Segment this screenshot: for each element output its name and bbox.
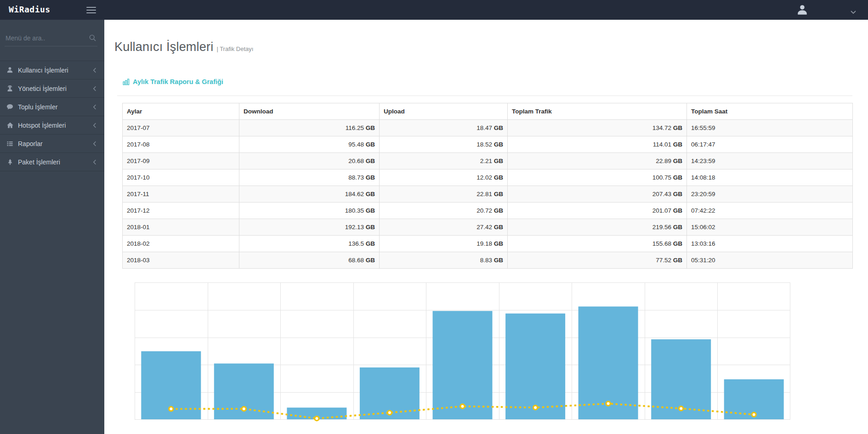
bar-chart-icon	[123, 79, 130, 85]
cell-toplam-trafik: 134.72 GB	[508, 120, 687, 136]
cell-month: 2018-01	[123, 219, 239, 236]
value-toplam-trafik: 219.56	[652, 224, 671, 231]
column-header-download: Download	[239, 103, 380, 120]
value-download: 20.68	[348, 158, 364, 164]
cell-month: 2017-08	[123, 136, 239, 153]
unit-label: GB	[494, 240, 503, 247]
unit-label: GB	[673, 191, 682, 197]
top-navbar: WiRadius	[0, 0, 868, 20]
sidebar-item-label: Yönetici İşlemleri	[18, 85, 67, 92]
value-toplam-trafik: 207.43	[652, 191, 671, 197]
value-toplam-trafik: 134.72	[652, 124, 671, 131]
sidebar-item-label: Hotspot İşlemleri	[18, 122, 66, 129]
unit-label: GB	[494, 141, 503, 148]
value-toplam-trafik: 77.52	[656, 257, 671, 264]
chevron-left-icon	[93, 104, 96, 110]
column-header-toplam-saat: Toplam Saat	[687, 103, 853, 120]
column-header-aylar: Aylar	[123, 103, 239, 120]
unit-label: GB	[673, 124, 682, 131]
upload-point	[606, 401, 610, 406]
cell-toplam-trafik: 22.89 GB	[508, 153, 687, 169]
unit-label: GB	[366, 141, 375, 148]
cell-month: 2017-07	[123, 120, 239, 136]
unit-label: GB	[366, 158, 375, 164]
cell-toplam-trafik: 77.52 GB	[508, 252, 687, 269]
unit-label: GB	[673, 224, 682, 231]
value-toplam-trafik: 100.75	[652, 174, 671, 181]
value-upload: 18.52	[477, 141, 492, 148]
divider	[117, 96, 852, 96]
page-title: Kullanıcı İşlemleri	[114, 40, 213, 54]
upload-point	[242, 407, 246, 411]
unit-label: GB	[494, 257, 503, 264]
unit-label: GB	[673, 158, 682, 164]
table-row: 2018-0368.68 GB8.83 GB77.52 GB05:31:20	[123, 252, 853, 269]
value-download: 184.62	[345, 191, 364, 197]
sidebar-menu: Kullanıcı İşlemleriYönetici İşlemleriTop…	[0, 61, 104, 171]
traffic-table: AylarDownloadUploadToplam TrafikToplam S…	[122, 103, 853, 269]
upload-point	[752, 412, 756, 417]
cell-upload: 20.72 GB	[380, 203, 508, 219]
cell-toplam-saat: 15:06:02	[687, 219, 853, 236]
value-toplam-trafik: 155.68	[652, 240, 671, 247]
home-icon	[6, 122, 14, 129]
value-upload: 2.21	[480, 158, 492, 164]
value-download: 180.35	[345, 207, 364, 214]
cell-download: 20.68 GB	[239, 153, 380, 169]
sidebar-item-yonetici-islemleri[interactable]: Yönetici İşlemleri	[0, 79, 104, 98]
user-avatar-icon[interactable]	[796, 4, 808, 16]
menu-search-input[interactable]	[5, 34, 82, 42]
hamburger-menu-icon[interactable]	[86, 7, 96, 15]
cell-toplam-saat: 16:55:59	[687, 120, 853, 136]
table-row: 2017-11184.62 GB22.81 GB207.43 GB23:20:5…	[123, 186, 853, 203]
download-bar	[433, 311, 493, 420]
sidebar-item-raporlar[interactable]: Raporlar	[0, 135, 104, 153]
cell-toplam-saat: 05:31:20	[687, 252, 853, 269]
unit-label: GB	[366, 124, 375, 131]
value-upload: 19.18	[477, 240, 492, 247]
chevron-left-icon	[93, 141, 96, 147]
user-icon	[6, 67, 14, 73]
unit-label: GB	[366, 174, 375, 181]
report-link-label: Aylık Trafik Raporu & Grafiği	[133, 78, 223, 85]
cell-month: 2017-09	[123, 153, 239, 169]
sidebar-item-kullanici-islemleri[interactable]: Kullanıcı İşlemleri	[0, 61, 104, 79]
unit-label: GB	[673, 207, 682, 214]
unit-label: GB	[673, 141, 682, 148]
unit-label: GB	[673, 174, 682, 181]
sidebar-item-label: Raporlar	[18, 140, 43, 147]
upload-point	[679, 406, 683, 411]
monthly-traffic-report-link[interactable]: Aylık Trafik Raporu & Grafiği	[123, 78, 223, 85]
value-upload: 8.83	[480, 257, 492, 264]
search-icon[interactable]	[89, 34, 96, 43]
sidebar-item-hotspot-islemleri[interactable]: Hotspot İşlemleri	[0, 116, 104, 135]
unit-label: GB	[494, 124, 503, 131]
unit-label: GB	[366, 240, 375, 247]
cell-download: 184.62 GB	[239, 186, 380, 203]
list-icon	[6, 141, 14, 147]
brand-logo: WiRadius	[9, 5, 51, 14]
upload-point	[315, 417, 319, 421]
unit-label: GB	[494, 191, 503, 197]
page-header: Kullanıcı İşlemleri| Trafik Detayı	[114, 40, 868, 56]
unit-label: GB	[494, 158, 503, 164]
table-row: 2017-1088.73 GB12.02 GB100.75 GB14:08:18	[123, 169, 853, 186]
chevron-left-icon	[93, 123, 96, 128]
sidebar-item-paket-islemleri[interactable]: Paket İşlemleri	[0, 153, 104, 171]
table-header-row: AylarDownloadUploadToplam TrafikToplam S…	[123, 103, 853, 120]
cell-download: 116.25 GB	[239, 120, 380, 136]
chevron-left-icon	[93, 68, 96, 73]
cell-upload: 18.47 GB	[380, 120, 508, 136]
value-download: 88.73	[348, 174, 364, 181]
value-upload: 22.81	[477, 191, 492, 197]
unit-label: GB	[366, 224, 375, 231]
value-download: 116.25	[346, 124, 364, 131]
table-row: 2018-01192.13 GB27.42 GB219.56 GB15:06:0…	[123, 219, 853, 236]
table-row: 2017-07116.25 GB18.47 GB134.72 GB16:55:5…	[123, 120, 853, 136]
table-row: 2017-0895.48 GB18.52 GB114.01 GB06:17:47	[123, 136, 853, 153]
sidebar-item-toplu-islemler[interactable]: Toplu İşlemler	[0, 98, 104, 116]
chevron-down-icon[interactable]	[851, 8, 856, 16]
unit-label: GB	[673, 240, 682, 247]
cell-toplam-saat: 13:03:16	[687, 236, 853, 252]
sidebar-nav: Kullanıcı İşlemleriYönetici İşlemleriTop…	[0, 20, 104, 434]
